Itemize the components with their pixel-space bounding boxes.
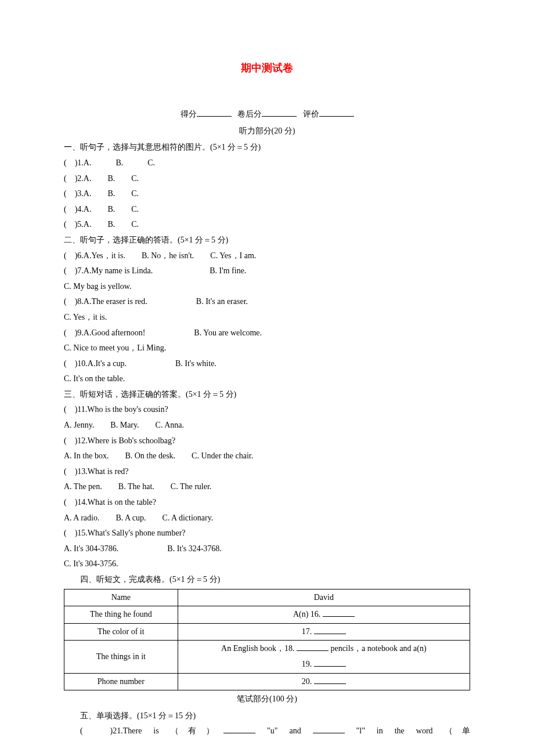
q1: ( )1.A. B. C. — [64, 155, 470, 171]
q14: ( )14.What is on the table? — [64, 495, 470, 511]
section-2-title: 二、听句子，选择正确的答语。(5×1 分＝5 分) — [64, 233, 470, 248]
q8: ( )8.A.The eraser is red. B. It's an era… — [64, 294, 470, 310]
q15: ( )15.What's Sally's phone number? — [64, 526, 470, 541]
q9-c: C. Nice to meet you，Li Ming. — [64, 341, 470, 356]
q10: ( )10.A.It's a cup. B. It's white. — [64, 356, 470, 372]
rescore-blank[interactable] — [262, 108, 297, 117]
q16-blank[interactable] — [323, 608, 355, 617]
cell-found-label: The thing he found — [64, 606, 178, 624]
q18-prefix: An English book，18. — [221, 644, 297, 653]
eval-blank[interactable] — [319, 108, 354, 117]
q14-opts: A. A radio. B. A cup. C. A dictionary. — [64, 511, 470, 526]
cell-things-value: An English book，18. pencils，a notebook a… — [178, 641, 470, 673]
q18-suffix: pencils，a notebook and a(n) — [329, 644, 427, 653]
cell-things-label: The things in it — [64, 641, 178, 673]
q17-blank[interactable] — [314, 625, 346, 634]
q11: ( )11.Who is the boy's cousin? — [64, 402, 470, 418]
cell-phone-label: Phone number — [64, 673, 178, 690]
q11-opts: A. Jenny. B. Mary. C. Anna. — [64, 418, 470, 433]
section-4-title: 四、听短文，完成表格。(5×1 分＝5 分) — [64, 572, 470, 588]
q12: ( )12.Where is Bob's schoolbag? — [64, 433, 470, 449]
listening-header: 听力部分(20 分) — [64, 124, 470, 139]
section-3-title: 三、听短对话，选择正确的答案。(5×1 分＝5 分) — [64, 387, 470, 403]
score-label: 得分 — [181, 110, 197, 118]
cell-phone-value: 20. — [178, 673, 470, 690]
score-line: 得分 卷后分 评价 — [64, 107, 470, 122]
table-row: The thing he found A(n) 16. — [64, 606, 470, 624]
q18-blank[interactable] — [297, 642, 329, 651]
q13: ( )13.What is red? — [64, 464, 470, 480]
page-title: 期中测试卷 — [64, 58, 470, 78]
listening-table: Name David The thing he found A(n) 16. T… — [64, 589, 470, 691]
cell-name-value: David — [178, 589, 470, 606]
table-row: The things in it An English book，18. pen… — [64, 641, 470, 673]
q13-opts: A. The pen. B. The hat. C. The ruler. — [64, 479, 470, 495]
q21-part-b: "u" and — [255, 726, 313, 735]
q6: ( )6.A.Yes，it is. B. No，he isn't. C. Yes… — [64, 248, 470, 264]
q7-c: C. My bag is yellow. — [64, 279, 470, 295]
rescore-label: 卷后分 — [237, 110, 262, 118]
table-row: Phone number 20. — [64, 673, 470, 690]
section-1-title: 一、听句子，选择与其意思相符的图片。(5×1 分＝5 分) — [64, 140, 470, 155]
table-row: The color of it 17. — [64, 623, 470, 641]
q21-blank-2[interactable] — [313, 725, 345, 733]
written-header: 笔试部分(100 分) — [64, 692, 470, 707]
q3: ( )3.A. B. C. — [64, 186, 470, 202]
q20-blank[interactable] — [314, 675, 346, 684]
section-5-title: 五、单项选择。(15×1 分＝15 分) — [64, 708, 470, 724]
q21-part-c: "l" in the word （单 — [345, 726, 470, 735]
q20-prefix: 20. — [302, 677, 314, 686]
q21-blank-1[interactable] — [223, 725, 255, 733]
q19-prefix: 19. — [302, 660, 314, 668]
q4: ( )4.A. B. C. — [64, 202, 470, 218]
cell-name-label: Name — [64, 589, 178, 606]
score-blank[interactable] — [197, 108, 232, 117]
q17-prefix: 17. — [302, 627, 314, 636]
q21: ( )21.There is （有） "u" and "l" in the wo… — [64, 724, 470, 739]
q15-opts: A. It's 304-3786. B. It's 324-3768. — [64, 541, 470, 557]
q10-c: C. It's on the table. — [64, 371, 470, 387]
table-row: Name David — [64, 589, 470, 606]
cell-color-label: The color of it — [64, 623, 178, 641]
eval-label: 评价 — [303, 110, 319, 118]
q19-blank[interactable] — [314, 658, 346, 667]
q16-prefix: A(n) 16. — [293, 610, 323, 618]
q12-opts: A. In the box. B. On the desk. C. Under … — [64, 448, 470, 464]
q9: ( )9.A.Good afternoon! B. You are welcom… — [64, 325, 470, 341]
q8-c: C. Yes，it is. — [64, 310, 470, 325]
q5: ( )5.A. B. C. — [64, 217, 470, 233]
q15-c: C. It's 304-3756. — [64, 556, 470, 572]
q21-part-a: ( )21.There is （有） — [80, 726, 223, 735]
cell-found-value: A(n) 16. — [178, 606, 470, 624]
q2: ( )2.A. B. C. — [64, 171, 470, 187]
cell-color-value: 17. — [178, 623, 470, 641]
q7: ( )7.A.My name is Linda. B. I'm fine. — [64, 263, 470, 279]
